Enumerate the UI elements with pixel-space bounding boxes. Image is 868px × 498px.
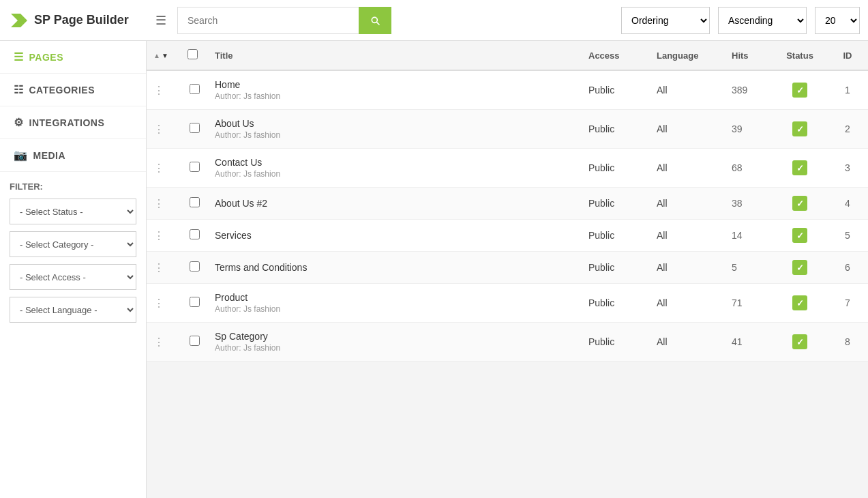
select-all-checkbox[interactable] — [188, 49, 198, 59]
drag-cell: ⋮ — [147, 284, 181, 323]
language-filter[interactable]: - Select Language - All English — [10, 297, 136, 323]
sidebar-item-integrations[interactable]: ⚙ INTEGRATIONS — [0, 106, 146, 139]
id-cell: 7 — [827, 284, 868, 323]
status-badge[interactable] — [792, 260, 807, 275]
status-badge[interactable] — [792, 228, 807, 243]
title-cell: About Us #2 — [208, 188, 582, 220]
drag-cell: ⋮ — [147, 323, 181, 362]
sidebar-item-pages[interactable]: ☰ PAGES — [0, 41, 146, 74]
topbar: SP Page Builder ☰ Ordering Title ID Hits… — [0, 0, 868, 41]
integrations-icon: ⚙ — [14, 116, 24, 129]
access-value: Public — [588, 230, 614, 241]
hamburger-menu[interactable]: ☰ — [153, 10, 169, 31]
language-cell: All — [650, 284, 725, 323]
row-checkbox[interactable] — [190, 229, 200, 239]
sidebar-item-categories[interactable]: ☷ CATEGORIES — [0, 74, 146, 106]
row-title[interactable]: Home — [215, 79, 575, 90]
layout: ☰ PAGES ☷ CATEGORIES ⚙ INTEGRATIONS 📷 ME… — [0, 41, 868, 498]
language-value: All — [657, 230, 668, 241]
language-cell: All — [650, 323, 725, 362]
row-title[interactable]: Services — [215, 230, 575, 241]
row-title[interactable]: Sp Category — [215, 331, 575, 342]
drag-handle[interactable]: ⋮ — [153, 162, 164, 174]
row-checkbox[interactable] — [190, 197, 200, 207]
status-badge[interactable] — [792, 334, 807, 349]
table-row: ⋮ Services Public All 14 5 — [147, 220, 868, 252]
drag-handle[interactable]: ⋮ — [153, 262, 164, 274]
status-filter[interactable]: - Select Status - Published Unpublished … — [10, 199, 136, 224]
access-cell: Public — [582, 149, 650, 188]
row-checkbox[interactable] — [190, 123, 200, 133]
row-checkbox[interactable] — [190, 162, 200, 172]
row-author: Author: Js fashion — [215, 130, 575, 140]
sidebar: ☰ PAGES ☷ CATEGORIES ⚙ INTEGRATIONS 📷 ME… — [0, 41, 147, 498]
drag-handle[interactable]: ⋮ — [153, 198, 164, 209]
title-cell: Services — [208, 220, 582, 252]
search-input[interactable] — [177, 7, 359, 34]
status-cell — [773, 252, 827, 284]
drag-handle[interactable]: ⋮ — [153, 297, 164, 309]
id-value: 6 — [845, 262, 850, 273]
title-cell: Sp Category Author: Js fashion — [208, 323, 582, 362]
search-bar — [177, 7, 391, 34]
row-checkbox[interactable] — [190, 84, 200, 94]
row-title[interactable]: Contact Us — [215, 157, 575, 168]
hits-cell: 38 — [725, 188, 773, 220]
status-cell — [773, 149, 827, 188]
row-title[interactable]: Terms and Conditions — [215, 262, 575, 273]
sidebar-item-media[interactable]: 📷 MEDIA — [0, 139, 146, 172]
drag-cell: ⋮ — [147, 70, 181, 110]
ascending-select[interactable]: Ascending Descending — [718, 7, 807, 34]
access-cell: Public — [582, 252, 650, 284]
hits-cell: 68 — [725, 149, 773, 188]
search-button[interactable] — [359, 7, 391, 34]
table-row: ⋮ Product Author: Js fashion Public All … — [147, 284, 868, 323]
drag-handle[interactable]: ⋮ — [153, 230, 164, 241]
id-cell: 8 — [827, 323, 868, 362]
status-badge[interactable] — [792, 196, 807, 211]
category-filter[interactable]: - Select Category - — [10, 231, 136, 257]
access-value: Public — [588, 85, 614, 96]
drag-handle[interactable]: ⋮ — [153, 336, 164, 348]
title-col-label: Title — [215, 50, 233, 61]
ordering-select[interactable]: Ordering Title ID Hits Status — [621, 7, 710, 34]
count-select[interactable]: 5 10 15 20 25 50 100 — [815, 7, 860, 34]
drag-handle[interactable]: ⋮ — [153, 85, 164, 96]
pages-icon: ☰ — [14, 50, 24, 63]
status-badge[interactable] — [792, 160, 807, 175]
language-cell: All — [650, 252, 725, 284]
drag-handle[interactable]: ⋮ — [153, 123, 164, 135]
status-cell — [773, 284, 827, 323]
drag-cell: ⋮ — [147, 220, 181, 252]
title-cell: Home Author: Js fashion — [208, 70, 582, 110]
status-col-label: Status — [786, 50, 813, 61]
language-value: All — [657, 198, 668, 209]
row-checkbox[interactable] — [190, 261, 200, 272]
filter-section: FILTER: - Select Status - Published Unpu… — [0, 172, 146, 329]
row-check-cell — [181, 252, 208, 284]
svg-marker-0 — [11, 14, 27, 27]
status-badge[interactable] — [792, 121, 807, 136]
col-hits-header: Hits — [725, 41, 773, 70]
col-check-header — [181, 41, 208, 70]
row-title[interactable]: About Us — [215, 118, 575, 129]
hits-cell: 71 — [725, 284, 773, 323]
media-icon: 📷 — [14, 149, 28, 162]
col-sort-header: ▲ ▼ — [147, 41, 181, 70]
hits-cell: 389 — [725, 70, 773, 110]
sort-down-icon[interactable]: ▼ — [162, 52, 168, 59]
status-badge[interactable] — [792, 295, 807, 310]
access-value: Public — [588, 162, 614, 173]
row-checkbox[interactable] — [190, 297, 200, 307]
sort-up-icon[interactable]: ▲ — [153, 52, 160, 59]
table-body: ⋮ Home Author: Js fashion Public All 389 — [147, 70, 868, 362]
id-cell: 5 — [827, 220, 868, 252]
access-filter[interactable]: - Select Access - Public Registered Spec… — [10, 264, 136, 290]
table-row: ⋮ About Us #2 Public All 38 4 — [147, 188, 868, 220]
hits-cell: 5 — [725, 252, 773, 284]
hits-value: 38 — [732, 198, 743, 209]
row-title[interactable]: Product — [215, 292, 575, 303]
row-title[interactable]: About Us #2 — [215, 198, 575, 209]
status-badge[interactable] — [792, 83, 807, 98]
row-checkbox[interactable] — [190, 336, 200, 346]
